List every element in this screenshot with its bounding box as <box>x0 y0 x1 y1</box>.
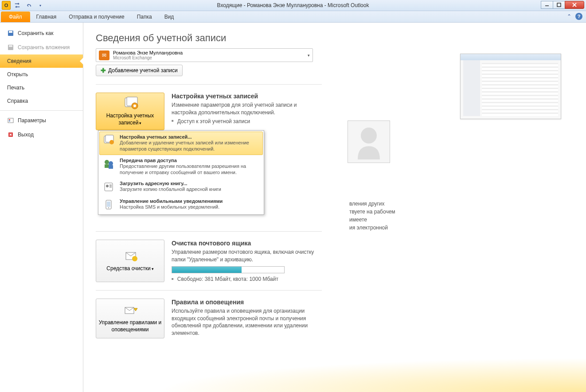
rules-title: Правила и оповещения <box>172 299 318 306</box>
account-selector[interactable]: ✉ Романова Энзе Муллануровна Microsoft E… <box>96 48 313 62</box>
maximize-button[interactable] <box>553 1 565 9</box>
sidebar-info[interactable]: Сведения <box>0 54 83 68</box>
mailbox-quota-bar <box>172 266 285 273</box>
exit-icon <box>7 131 14 138</box>
account-settings-button-label: Настройка учетных записей <box>106 113 154 126</box>
account-dropdown-icon: ▾ <box>308 53 310 58</box>
qat-dropdown-icon[interactable]: ▾ <box>35 1 45 10</box>
sidebar-print[interactable]: Печать <box>0 81 83 94</box>
sidebar-options[interactable]: Параметры <box>0 113 83 128</box>
svg-point-20 <box>109 140 114 144</box>
menu-item-title: Передача прав доступа <box>120 158 259 163</box>
menu-item-desc: Загрузите копию глобальной адресной книг… <box>120 186 221 192</box>
menu-delegate-icon <box>103 158 115 170</box>
qat-send-receive-icon[interactable] <box>12 1 22 10</box>
ribbon-tabs: Файл Главная Отправка и получение Папка … <box>0 11 586 23</box>
sidebar-exit-label: Выход <box>18 132 34 138</box>
account-name: Романова Энзе Муллануровна <box>113 50 183 55</box>
titlebar: O ▾ Входящие - Романова Энзе Муллануровн… <box>0 0 586 11</box>
svg-rect-23 <box>105 164 109 168</box>
exchange-icon: ✉ <box>99 50 109 60</box>
menu-addressbook-icon <box>103 181 115 193</box>
account-settings-desc: Изменение параметров для этой учетной за… <box>172 101 318 116</box>
rules-alerts-button[interactable]: Управление правилами и оповещениями <box>96 299 164 338</box>
add-account-button[interactable]: ✚ Добавление учетной записи <box>96 65 183 76</box>
svg-point-16 <box>132 256 137 261</box>
menu-delegate-access[interactable]: Передача прав доступа Предоставление дру… <box>99 155 263 179</box>
svg-rect-28 <box>109 186 112 187</box>
mailbox-quota-fill <box>172 267 242 273</box>
sidebar-save-attachments-label: Сохранить вложения <box>18 44 70 50</box>
menu-mobile-notifications[interactable]: Управление мобильными уведомлениями Наст… <box>99 196 263 213</box>
tab-home[interactable]: Главная <box>30 12 63 22</box>
options-icon <box>7 117 14 124</box>
close-button[interactable] <box>565 1 584 9</box>
help-icon[interactable]: ? <box>575 13 582 20</box>
sidebar-exit[interactable]: Выход <box>0 128 83 142</box>
tab-send-receive[interactable]: Отправка и получение <box>63 12 130 22</box>
svg-rect-3 <box>9 31 12 33</box>
svg-rect-5 <box>9 45 12 47</box>
menu-account-settings[interactable]: Настройка учетных записей... Добавление … <box>99 132 263 155</box>
tab-file[interactable]: Файл <box>1 12 30 22</box>
menu-item-desc: Предоставление другим пользователям разр… <box>120 163 259 176</box>
svg-point-14 <box>361 128 377 144</box>
cleanup-icon <box>122 249 138 264</box>
qat-undo-icon[interactable] <box>24 1 34 10</box>
svg-rect-30 <box>107 202 110 207</box>
menu-mobile-icon <box>103 198 115 211</box>
plus-icon: ✚ <box>101 67 106 74</box>
account-settings-big-icon <box>122 97 138 111</box>
cleanup-title: Очистка почтового ящика <box>172 240 318 247</box>
sidebar-open-label: Открыть <box>7 71 28 78</box>
menu-download-addressbook[interactable]: Загрузить адресную книгу... Загрузите ко… <box>99 178 263 196</box>
sidebar-help-label: Справка <box>7 98 28 104</box>
sidebar-help[interactable]: Справка <box>0 94 83 108</box>
print-preview-thumbnail <box>460 54 561 119</box>
rules-icon <box>122 303 138 318</box>
menu-item-title: Настройка учетных записей... <box>120 134 259 140</box>
menu-item-desc: Настройка SMS и мобильных уведомлений. <box>120 204 223 210</box>
account-access-bullet: Доступ к этой учетной записи <box>172 118 318 124</box>
sidebar-print-label: Печать <box>7 85 24 91</box>
svg-point-22 <box>109 161 113 166</box>
svg-rect-24 <box>109 165 113 169</box>
tab-view[interactable]: Вид <box>158 12 180 22</box>
account-settings-button[interactable]: Настройка учетных записей▾ <box>96 93 164 130</box>
sidebar-options-label: Параметры <box>18 117 46 124</box>
outlook-app-icon[interactable]: O <box>2 1 11 10</box>
tab-folder[interactable]: Папка <box>131 12 158 22</box>
save-attachments-icon <box>7 44 14 51</box>
cleanup-desc: Управление размером почтового ящика, вкл… <box>172 248 318 264</box>
add-account-label: Добавление учетной записи <box>108 67 178 74</box>
window-title: Входящие - Романова Энзе Муллануровна - … <box>217 2 369 8</box>
svg-rect-8 <box>9 120 10 121</box>
cleanup-button-label: Средства очистки <box>106 265 150 272</box>
svg-rect-7 <box>9 119 10 120</box>
sidebar-save-attachments: Сохранить вложения <box>0 40 83 54</box>
svg-point-21 <box>105 160 109 164</box>
menu-item-title: Управление мобильными уведомлениями <box>120 198 223 204</box>
svg-point-26 <box>106 185 109 187</box>
svg-point-31 <box>108 207 109 208</box>
svg-point-13 <box>133 105 136 107</box>
cleanup-tools-button[interactable]: Средства очистки▾ <box>96 240 164 282</box>
minimize-button[interactable] <box>541 1 553 9</box>
rules-desc: Используйте правила и оповещения для орг… <box>172 307 318 337</box>
save-as-icon <box>7 30 14 37</box>
svg-rect-6 <box>8 118 13 123</box>
svg-rect-27 <box>109 185 112 186</box>
rules-button-label: Управление правилами и оповещениями <box>98 319 162 333</box>
account-settings-title: Настройка учетных записей <box>172 93 318 100</box>
sidebar-info-label: Сведения <box>7 58 31 64</box>
sidebar-save-as[interactable]: Сохранить как <box>0 26 83 40</box>
page-title: Сведения об учетной записи <box>96 32 574 44</box>
quota-text: Свободно: 381 Мбайт, квота: 1000 Мбайт <box>172 276 318 282</box>
menu-account-settings-icon <box>103 134 115 147</box>
ribbon-minimize-icon[interactable]: ⌃ <box>566 13 573 20</box>
menu-item-desc: Добавление и удаление учетных записей ил… <box>120 140 259 152</box>
menu-item-title: Загрузить адресную книгу... <box>120 181 221 186</box>
sidebar-open[interactable]: Открыть <box>0 68 83 81</box>
partial-obscured-text: вления других твуете на рабочем имеете и… <box>349 200 402 232</box>
user-avatar <box>348 120 390 163</box>
